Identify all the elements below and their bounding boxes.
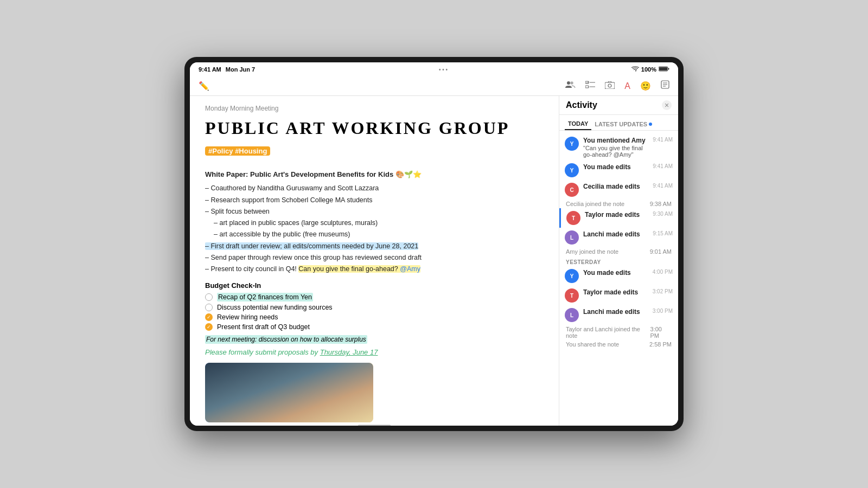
paper-title: White Paper: Public Art's Development Be… <box>205 169 544 181</box>
svg-point-4 <box>570 81 573 85</box>
main-content: Monday Morning Meeting PUBLIC ART WORKIN… <box>190 96 678 426</box>
activity-time-1: 9:41 AM <box>653 137 673 143</box>
svg-rect-7 <box>585 86 589 88</box>
emoji-icon[interactable]: 🙂 <box>640 81 651 91</box>
people-icon[interactable] <box>565 80 576 92</box>
activity-title: Activity <box>566 100 597 110</box>
activity-time-6: 4:00 PM <box>653 269 673 275</box>
highlight-blue-span: – First draft under review; all edits/co… <box>205 242 418 250</box>
meeting-note: For next meeting: discussion on how to a… <box>205 335 367 344</box>
activity-content-3: Cecilia made edits <box>583 183 648 190</box>
yesterday-label: YESTERDAY <box>559 256 678 266</box>
activity-header: Activity × <box>559 96 678 115</box>
note-area[interactable]: Monday Morning Meeting PUBLIC ART WORKIN… <box>190 96 559 426</box>
activity-item-taylor-today[interactable]: T Taylor made edits 9:30 AM <box>559 208 678 228</box>
system-time-amy: 9:01 AM <box>650 248 672 255</box>
activity-time-5: 9:15 AM <box>653 230 673 236</box>
avatar-you-2: Y <box>565 163 579 177</box>
checklist-item-4: ✓ Present first draft of Q3 budget <box>205 323 544 331</box>
activity-item-you-yesterday[interactable]: Y You made edits 4:00 PM <box>559 266 678 286</box>
item-text-2: Discuss potential new funding sources <box>217 304 333 311</box>
activity-item-you-edits[interactable]: Y You made edits 9:41 AM <box>559 160 678 180</box>
time-display: 9:41 AM <box>199 66 221 73</box>
tab-today[interactable]: TODAY <box>565 118 591 130</box>
checklist-item-3: ✓ Review hiring needs <box>205 313 544 321</box>
note-body: White Paper: Public Art's Development Be… <box>205 169 544 275</box>
activity-time-3: 9:41 AM <box>653 183 673 189</box>
avatar-you-1: Y <box>565 137 579 151</box>
activity-name-7: Taylor made edits <box>583 288 648 296</box>
paper-line-mention: – Present to city council in Q4! Can you… <box>205 264 544 275</box>
activity-time-7: 3:02 PM <box>653 288 673 294</box>
checklist-icon[interactable] <box>585 80 595 92</box>
status-right: 100% <box>631 66 669 73</box>
camera-icon[interactable] <box>605 80 615 92</box>
activity-time-4: 9:30 AM <box>653 211 673 217</box>
dots-display: • • • <box>439 67 448 73</box>
activity-content-6: You made edits <box>583 269 648 277</box>
lasso-icon[interactable]: ✏️ <box>199 81 209 91</box>
item-text-4: Present first draft of Q3 budget <box>217 323 310 331</box>
toolbar-right: A 🙂 <box>565 80 669 92</box>
svg-rect-1 <box>659 67 667 70</box>
system-row-taylor-lanchi: Taylor and Lanchi joined the note 3:00 P… <box>559 325 678 340</box>
paper-line-5: – art accessible by the public (free mus… <box>205 229 544 240</box>
status-bar: 9:41 AM Mon Jun 7 • • • 100% <box>190 62 678 76</box>
system-text-amy: Amy joined the note <box>566 248 618 255</box>
status-left: 9:41 AM Mon Jun 7 <box>199 66 255 73</box>
paper-line-2: – Research support from Schoberl College… <box>205 195 544 206</box>
avatar-cecilia-1: C <box>565 183 579 197</box>
activity-item-mention[interactable]: Y You mentioned Amy "Can you give the fi… <box>559 134 678 160</box>
activity-name-4: Taylor made edits <box>585 211 648 219</box>
paper-line-3: – Split focus between <box>205 206 544 217</box>
close-button[interactable]: × <box>662 100 672 110</box>
activity-item-lanchi-yesterday[interactable]: L Lanchi made edits 3:00 PM <box>559 305 678 325</box>
updates-badge <box>649 123 652 126</box>
svg-rect-2 <box>668 68 669 70</box>
system-time-taylor-lanchi: 3:00 PM <box>650 326 672 339</box>
activity-item-lanchi-today[interactable]: L Lanchi made edits 9:15 AM <box>559 228 678 247</box>
system-text-shared: You shared the note <box>566 341 619 348</box>
activity-item-cecilia[interactable]: C Cecilia made edits 9:41 AM <box>559 180 678 200</box>
tab-latest-updates[interactable]: LATEST UPDATES <box>591 118 655 130</box>
closing-text: Please formally submit proposals by Thur… <box>205 348 544 356</box>
checkbox-empty-1[interactable] <box>205 293 213 301</box>
activity-content-8: Lanchi made edits <box>583 308 648 316</box>
checklist-item-1: Recap of Q2 finances from Yen <box>205 293 544 301</box>
activity-name-1: You mentioned Amy <box>583 137 648 144</box>
scroll-indicator <box>358 425 391 426</box>
system-text-taylor-lanchi: Taylor and Lanchi joined the note <box>566 326 650 339</box>
item-text-1: Recap of Q2 finances from Yen <box>217 293 313 301</box>
checkbox-checked-4[interactable]: ✓ <box>205 323 213 331</box>
battery-icon <box>659 66 669 73</box>
activity-name-6: You made edits <box>583 269 648 277</box>
paper-line-6: – Send paper through review once this gr… <box>205 252 544 264</box>
compose-icon[interactable] <box>661 80 669 92</box>
system-time-cecilia: 9:38 AM <box>650 201 672 207</box>
activity-name-5: Lanchi made edits <box>583 230 648 238</box>
avatar-lanchi-1: L <box>565 230 579 245</box>
checklist-item-2: Discuss potential new funding sources <box>205 304 544 311</box>
item-text-3: Review hiring needs <box>217 313 278 321</box>
activity-time-2: 9:41 AM <box>653 163 673 169</box>
date-display: Mon Jun 7 <box>226 66 255 73</box>
activity-list[interactable]: Y You mentioned Amy "Can you give the fi… <box>559 131 678 426</box>
checkbox-empty-2[interactable] <box>205 304 213 311</box>
system-row-amy: Amy joined the note 9:01 AM <box>559 247 678 256</box>
breadcrumb: Monday Morning Meeting <box>205 105 544 112</box>
activity-content-2: You made edits <box>583 163 648 171</box>
checkbox-checked-3[interactable]: ✓ <box>205 313 213 321</box>
activity-item-taylor-yesterday[interactable]: T Taylor made edits 3:02 PM <box>559 286 678 305</box>
highlight-mention: Can you give the final go-ahead? @Amy <box>298 265 420 273</box>
screen: 9:41 AM Mon Jun 7 • • • 100% <box>190 62 678 426</box>
avatar-taylor-1: T <box>566 211 580 225</box>
activity-name-3: Cecilia made edits <box>583 183 648 190</box>
ipad-device: 9:41 AM Mon Jun 7 • • • 100% <box>184 57 684 431</box>
mention-amy: @Amy <box>400 265 420 273</box>
system-time-shared: 2:58 PM <box>649 341 672 348</box>
activity-tabs: TODAY LATEST UPDATES <box>559 115 678 131</box>
markup-icon[interactable]: A <box>624 81 630 91</box>
avatar-taylor-2: T <box>565 288 579 303</box>
paper-line-1: – Coauthored by Nanditha Guruswamy and S… <box>205 183 544 194</box>
toolbar: ✏️ <box>190 76 678 96</box>
